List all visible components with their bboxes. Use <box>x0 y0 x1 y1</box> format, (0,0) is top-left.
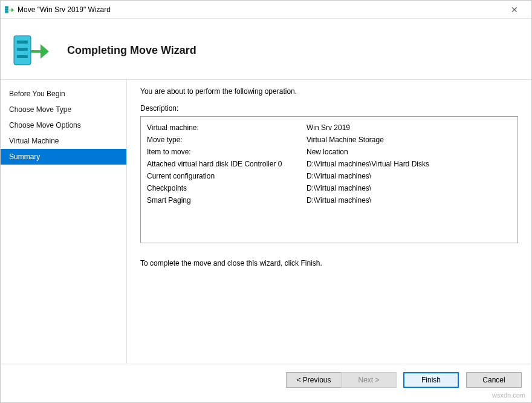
titlebar: Move "Win Srv 2019" Wizard ✕ <box>1 1 531 19</box>
summary-row: Attached virtual hard disk IDE Controlle… <box>147 158 511 170</box>
next-button: Next > <box>341 372 397 388</box>
summary-row: Virtual machine:Win Srv 2019 <box>147 122 511 134</box>
wizard-header: Completing Move Wizard <box>1 19 531 79</box>
summary-row: Smart PagingD:\Virtual machines\ <box>147 194 511 206</box>
step-virtual-machine[interactable]: Virtual Machine <box>1 133 126 149</box>
description-box: Virtual machine:Win Srv 2019 Move type:V… <box>140 116 518 243</box>
step-choose-move-options[interactable]: Choose Move Options <box>1 117 126 133</box>
finish-instruction: To complete the move and close this wiza… <box>140 259 518 267</box>
step-summary[interactable]: Summary <box>1 149 126 165</box>
summary-row: CheckpointsD:\Virtual machines\ <box>147 182 511 194</box>
svg-rect-3 <box>5 11 8 11</box>
step-choose-move-type[interactable]: Choose Move Type <box>1 102 126 117</box>
wizard-content: You are about to perform the following o… <box>126 80 531 364</box>
page-title: Completing Move Wizard <box>67 44 196 57</box>
previous-button[interactable]: < Previous <box>286 372 342 388</box>
wizard-footer: < Previous Next > Finish Cancel <box>1 364 531 395</box>
wizard-steps-list: Before You Begin Choose Move Type Choose… <box>1 80 126 364</box>
step-before-you-begin[interactable]: Before You Begin <box>1 86 126 102</box>
summary-row: Move type:Virtual Machine Storage <box>147 134 511 146</box>
description-label: Description: <box>140 104 518 113</box>
window-title: Move "Win Srv 2019" Wizard <box>18 5 502 14</box>
watermark: wsxdn.com <box>492 392 525 399</box>
svg-rect-2 <box>5 9 8 10</box>
finish-button[interactable]: Finish <box>403 372 459 388</box>
svg-rect-7 <box>17 48 28 51</box>
wizard-icon <box>11 31 50 70</box>
close-icon[interactable]: ✕ <box>502 5 527 15</box>
cancel-button[interactable]: Cancel <box>466 372 522 388</box>
svg-rect-6 <box>17 41 28 44</box>
app-icon <box>4 5 14 15</box>
intro-text: You are about to perform the following o… <box>140 87 518 96</box>
summary-row: Item to move:New location <box>147 146 511 158</box>
svg-rect-1 <box>5 7 8 8</box>
summary-row: Current configurationD:\Virtual machines… <box>147 170 511 182</box>
svg-rect-8 <box>17 55 28 58</box>
